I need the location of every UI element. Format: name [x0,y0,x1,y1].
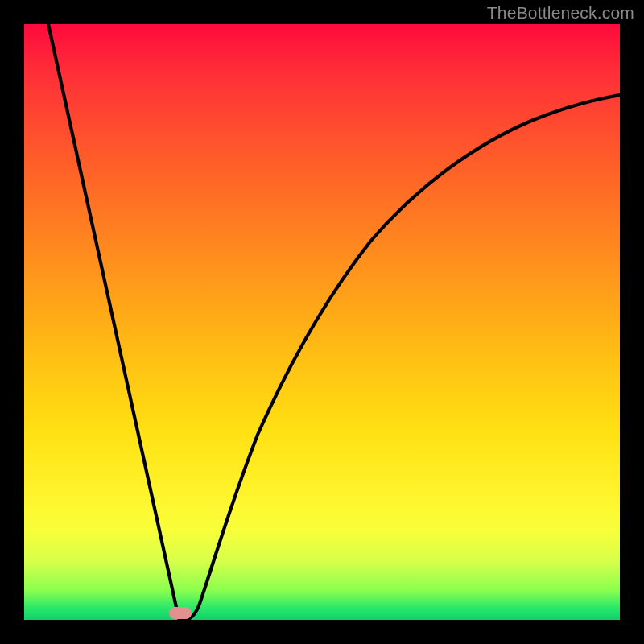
curve-svg [24,24,620,620]
vertex-marker [169,607,192,619]
chart-frame: TheBottleneck.com [0,0,644,644]
watermark-text: TheBottleneck.com [487,3,634,23]
bottleneck-curve [48,24,620,620]
plot-area [24,24,620,620]
